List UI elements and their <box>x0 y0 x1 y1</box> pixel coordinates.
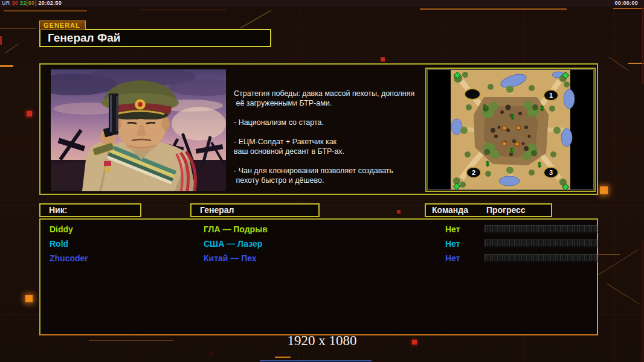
column-header-team-label: Команда <box>432 205 468 215</box>
column-header-progress-label: Прогресс <box>486 205 526 215</box>
strategy-line: - ЕЦМ-Солдат + Ракетчик как <box>234 137 426 147</box>
supply-icon: $ <box>486 160 489 167</box>
player-row: Rold США — Лазер Нет <box>40 237 597 251</box>
general-portrait-image <box>51 69 226 191</box>
supply-icon: $ <box>538 162 541 168</box>
strategy-line: пехоту быстро и дёшево. <box>234 176 426 185</box>
strategy-line <box>234 156 426 166</box>
strategy-line <box>234 108 426 118</box>
supply-icon: $ <box>483 104 486 110</box>
stat-rate: 32 <box>20 0 27 6</box>
start-position-empty <box>465 89 480 100</box>
minimap-panel: $ $ $ $ $ $ <box>425 68 596 192</box>
general-info-panel: Стратегия победы: давка массой пехоты, д… <box>39 63 598 195</box>
strategy-line: ваш основной десант в БТР-ах. <box>234 147 426 156</box>
general-name-title: Генерал Фай <box>39 29 271 47</box>
strategy-line: - Национализм со старта. <box>234 118 426 127</box>
network-stats: UR 30 32[60] 20:02:50 <box>2 0 62 6</box>
start-position-number: 1 <box>549 92 553 99</box>
strategy-line: её загруженными БТР-ами. <box>234 98 426 108</box>
player-load-progress-bar <box>485 225 597 233</box>
player-team: Нет <box>445 251 460 265</box>
supply-icon: $ <box>510 147 514 154</box>
player-nick: Zhucoder <box>50 251 88 265</box>
strategy-description: Стратегия победы: давка массой пехоты, д… <box>234 89 426 185</box>
strategy-line: - Чан для клонирования позволяет создава… <box>234 166 426 176</box>
player-nick: Diddy <box>50 222 73 237</box>
column-header-team-progress: Команда Прогресс <box>425 203 552 217</box>
column-header-nick: Ник: <box>39 203 141 217</box>
supply-icon: $ <box>510 113 514 120</box>
player-row: Diddy ГЛА — Подрыв Нет <box>40 222 597 237</box>
clock: 20:02:50 <box>39 0 62 6</box>
supply-icon: $ <box>540 105 544 112</box>
player-general: Китай — Пех <box>204 251 257 265</box>
player-load-progress-bar <box>485 240 597 247</box>
game-timer: 00:00:00 <box>615 0 638 6</box>
player-general: ГЛА — Подрыв <box>204 222 268 237</box>
player-general: США — Лазер <box>204 237 262 251</box>
player-team: Нет <box>445 237 460 251</box>
player-load-progress-bar <box>485 254 597 262</box>
players-panel: Diddy ГЛА — Подрыв Нет Rold США — Лазер … <box>39 218 598 335</box>
minimap-image: $ $ $ $ $ $ <box>427 69 594 190</box>
stat-fps: 30 <box>11 0 18 6</box>
ur-label: UR <box>2 0 10 6</box>
player-row: Zhucoder Китай — Пех Нет <box>40 251 597 265</box>
start-position-number: 3 <box>549 169 553 176</box>
status-bar: UR 30 32[60] 20:02:50 00:00:00 <box>0 0 644 7</box>
player-nick: Rold <box>50 237 68 251</box>
stat-cap: [60] <box>26 0 36 6</box>
strategy-line <box>234 127 426 137</box>
map-resolution-label: 1920 x 1080 <box>0 333 644 349</box>
player-team: Нет <box>445 222 460 237</box>
start-position-number: 2 <box>472 169 475 176</box>
game-loading-screen: UR 30 32[60] 20:02:50 00:00:00 GENERAL Г… <box>0 0 644 362</box>
column-header-general: Генерал <box>190 203 320 217</box>
strategy-line: Стратегия победы: давка массой пехоты, д… <box>234 89 426 98</box>
general-tab-label: GENERAL <box>39 21 86 30</box>
